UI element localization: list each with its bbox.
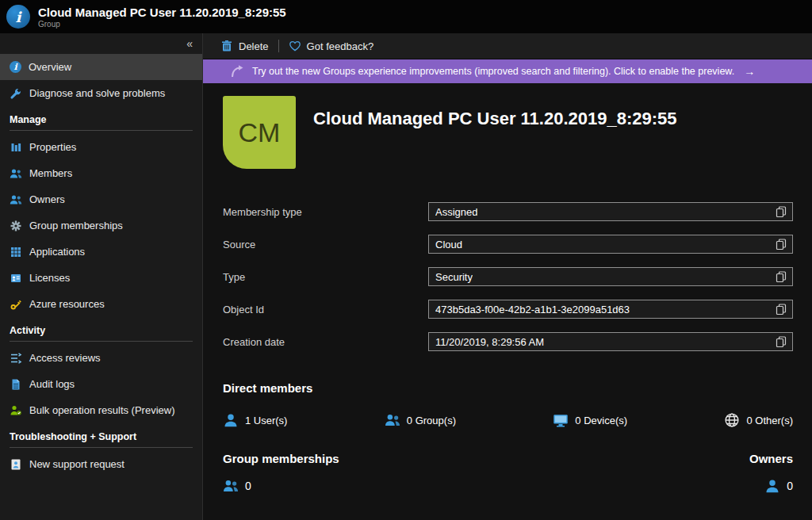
overview-content: CM Cloud Managed PC User 11.20.2019_8:29… xyxy=(203,83,812,520)
stat-users[interactable]: 1 User(s) xyxy=(223,412,287,428)
field-label: Type xyxy=(223,271,428,283)
sidebar-item-properties[interactable]: Properties xyxy=(0,134,202,160)
sidebar-item-label: Audit logs xyxy=(29,378,75,390)
field-row-source: Source Cloud xyxy=(223,235,793,254)
direct-members-stats: 1 User(s) 0 Group(s) 0 Device(s) xyxy=(223,412,793,428)
page-header-text: Cloud Managed PC User 11.20.2019_8:29:55… xyxy=(38,6,286,29)
members-icon xyxy=(10,167,22,180)
sidebar-item-label: Overview xyxy=(29,61,71,73)
sidebar-item-label: Diagnose and solve problems xyxy=(29,87,165,99)
user-icon xyxy=(223,412,239,428)
delete-button-label: Delete xyxy=(239,40,269,52)
copy-button[interactable] xyxy=(773,236,789,252)
direct-members-title: Direct members xyxy=(223,381,793,395)
device-icon xyxy=(553,412,569,428)
sidebar-item-azure-resources[interactable]: Azure resources xyxy=(0,291,202,317)
page-header: i Cloud Managed PC User 11.20.2019_8:29:… xyxy=(0,0,812,33)
sidebar-collapse-button[interactable]: « xyxy=(0,33,202,54)
people-icon xyxy=(223,478,239,494)
document-icon xyxy=(10,378,22,391)
group-memberships-count[interactable]: 0 xyxy=(223,478,251,494)
access-reviews-icon xyxy=(10,352,22,365)
field-label: Membership type xyxy=(223,206,428,218)
sidebar-item-applications[interactable]: Applications xyxy=(0,239,202,265)
field-value-box[interactable]: Security xyxy=(428,267,793,286)
page-title: Cloud Managed PC User 11.20.2019_8:29:55 xyxy=(38,6,286,19)
sidebar-item-members[interactable]: Members xyxy=(0,160,202,186)
stat-others[interactable]: 0 Other(s) xyxy=(724,412,793,428)
field-row-membership-type: Membership type Assigned xyxy=(223,202,793,221)
grid-icon xyxy=(10,246,22,258)
count-value: 0 xyxy=(245,480,251,492)
copy-icon xyxy=(775,270,787,283)
command-bar: Delete Got feedback? xyxy=(203,33,812,59)
field-value-box[interactable]: 11/20/2019, 8:29:56 AM xyxy=(428,332,793,351)
sidebar-item-group-memberships[interactable]: Group memberships xyxy=(0,212,202,239)
key-icon xyxy=(10,298,22,311)
copy-icon xyxy=(775,335,787,348)
info-icon xyxy=(10,61,21,73)
sidebar-item-access-reviews[interactable]: Access reviews xyxy=(0,345,202,371)
curved-arrow-icon xyxy=(230,64,244,78)
sidebar-item-licenses[interactable]: Licenses xyxy=(0,265,202,291)
copy-button[interactable] xyxy=(773,204,789,220)
sidebar-item-owners[interactable]: Owners xyxy=(0,186,202,212)
sidebar-section-manage: Manage xyxy=(10,114,193,131)
main-pane: Delete Got feedback? Try out the new Gro… xyxy=(203,33,812,520)
sidebar-item-bulk-results[interactable]: Bulk operation results (Preview) xyxy=(0,397,202,423)
copy-icon xyxy=(775,303,787,315)
trash-icon xyxy=(220,40,233,52)
field-value-box[interactable]: 473b5da3-f00e-42b2-a1b1-3e2099a51d63 xyxy=(428,300,793,319)
sidebar-item-new-support-request[interactable]: New support request xyxy=(0,451,202,477)
sidebar-item-audit-logs[interactable]: Audit logs xyxy=(0,371,202,397)
avatar-initials: CM xyxy=(239,117,281,148)
owners-icon xyxy=(10,193,22,206)
feedback-button-label: Got feedback? xyxy=(307,40,374,52)
field-value: Cloud xyxy=(435,239,462,250)
stat-devices[interactable]: 0 Device(s) xyxy=(553,412,627,428)
preview-banner-text: Try out the new Groups experience improv… xyxy=(252,66,734,77)
field-value: Security xyxy=(435,271,473,283)
field-label: Creation date xyxy=(223,336,428,348)
preview-banner[interactable]: Try out the new Groups experience improv… xyxy=(203,59,812,83)
field-value: Assigned xyxy=(435,206,477,218)
field-value: 11/20/2019, 8:29:56 AM xyxy=(435,336,544,348)
owners-count[interactable]: 0 xyxy=(764,478,793,494)
owners-title: Owners xyxy=(749,452,793,465)
field-value-box[interactable]: Assigned xyxy=(428,202,793,221)
feedback-button[interactable]: Got feedback? xyxy=(279,33,384,59)
sidebar-section-activity: Activity xyxy=(10,325,193,342)
page-subtitle: Group xyxy=(38,20,286,29)
field-value-box[interactable]: Cloud xyxy=(428,235,793,254)
sidebar-item-label: New support request xyxy=(29,458,124,470)
bulk-results-icon xyxy=(10,404,22,417)
sidebar-item-overview[interactable]: Overview xyxy=(0,54,202,80)
count-value: 0 xyxy=(787,480,793,492)
sidebar-item-label: Group memberships xyxy=(29,220,123,231)
people-icon xyxy=(385,412,400,428)
stat-label: 0 Other(s) xyxy=(746,415,793,426)
sidebar-item-label: Azure resources xyxy=(29,298,105,310)
wrench-icon xyxy=(10,87,22,100)
sidebar-item-label: Licenses xyxy=(29,272,70,284)
globe-icon xyxy=(724,412,740,428)
copy-icon xyxy=(775,205,787,218)
heart-icon xyxy=(289,40,301,52)
gear-icon xyxy=(10,220,22,232)
stat-label: 0 Group(s) xyxy=(407,415,456,426)
stat-groups[interactable]: 0 Group(s) xyxy=(385,412,456,428)
sidebar-item-label: Access reviews xyxy=(29,352,101,364)
sidebar-item-label: Owners xyxy=(29,193,65,205)
sidebar: « Overview Diagnose and solve problems M… xyxy=(0,33,203,520)
delete-button[interactable]: Delete xyxy=(211,33,278,59)
copy-button[interactable] xyxy=(773,334,789,350)
copy-button[interactable] xyxy=(773,301,789,317)
group-title: Cloud Managed PC User 11.20.2019_8:29:55 xyxy=(313,109,677,129)
group-blade-icon-letter: i xyxy=(16,9,21,25)
support-request-icon xyxy=(10,458,22,471)
sidebar-item-diagnose[interactable]: Diagnose and solve problems xyxy=(0,80,202,106)
copy-button[interactable] xyxy=(773,269,789,285)
field-label: Source xyxy=(223,239,428,250)
group-blade-icon: i xyxy=(6,5,30,29)
field-label: Object Id xyxy=(223,304,428,315)
